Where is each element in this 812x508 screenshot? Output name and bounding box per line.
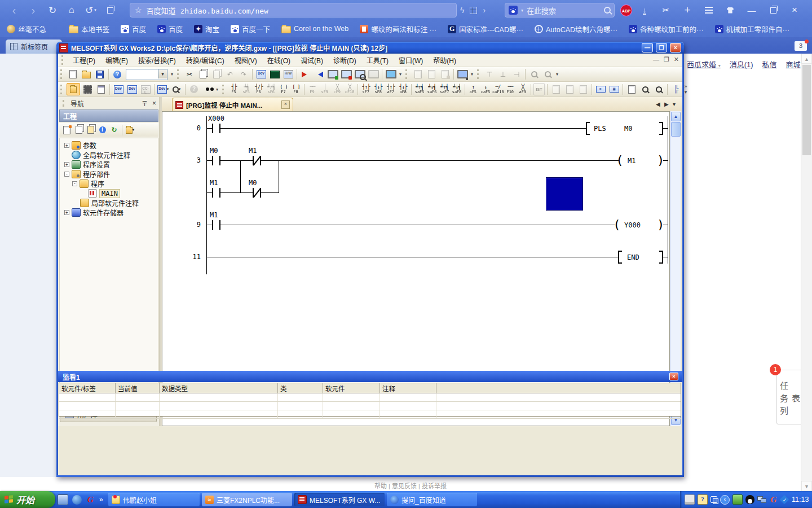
delete-row-icon[interactable]: ⊥ [497, 69, 509, 80]
toolbar-overflow-icon[interactable]: ▾ [554, 72, 560, 77]
menu-window[interactable]: 窗口(W) [394, 54, 427, 67]
gougou-tray-icon[interactable]: G [769, 495, 778, 504]
ladder-hline-button[interactable]: ──F9 [306, 82, 319, 97]
collapse-icon[interactable]: - [64, 172, 69, 177]
undo-icon[interactable]: ↶ [224, 69, 236, 80]
ladder-pulse-rise-button[interactable]: ┤↑├sF7 [360, 82, 372, 97]
search-engine-dropdown-icon[interactable]: ▾ [521, 8, 523, 13]
redo-icon[interactable]: ↷ [237, 69, 250, 80]
tree-item-parameter[interactable]: + 参数 [64, 141, 96, 150]
toolbar-overflow-icon[interactable]: ▾ [169, 72, 175, 77]
expand-icon[interactable]: + [64, 143, 69, 148]
statement-icon[interactable]: ≣ [608, 84, 620, 95]
hw-config-icon[interactable]: H/W [282, 69, 294, 80]
maximize-button[interactable]: ❐ [656, 43, 667, 52]
ladder-close-contact-button[interactable]: ┤/├F6 [253, 82, 265, 97]
screenshot-icon[interactable]: ✂ [657, 3, 675, 17]
new-tab-icon[interactable]: + [678, 3, 696, 17]
toolbar-overflow-icon[interactable]: ▾ [469, 72, 475, 77]
ladder-fall-op-button[interactable]: ┤↓├aF8 [397, 82, 409, 97]
ladder-del-vline-button[interactable]: ╳cF10 [343, 82, 356, 97]
device-find2-icon[interactable]: Dev [112, 84, 125, 95]
insert-col-icon[interactable]: ⊣ [510, 69, 523, 80]
qq-icon[interactable] [745, 495, 754, 504]
window-restore-icon[interactable] [764, 3, 782, 17]
ie-browser-icon[interactable] [72, 495, 82, 505]
bookmark-threads[interactable]: 各种螺纹加工前的··· [629, 24, 704, 34]
no-contact-M1-parallel[interactable] [212, 188, 220, 198]
nav-copy-icon[interactable] [73, 125, 84, 135]
window-minimize-icon[interactable]: — [743, 3, 761, 17]
adblock-icon[interactable]: ABP [620, 5, 632, 16]
bookmark-gb-cad[interactable]: G国家标准---CAD螺··· [448, 24, 523, 34]
ladder-open-branch-button[interactable]: ┶┪sF5 [240, 82, 253, 97]
inline-st-icon[interactable] [550, 84, 562, 95]
tree-item-program[interactable]: - 程序 [72, 179, 104, 189]
ladder-rise-op-branch-button[interactable]: ┵↑┪saF7 [438, 82, 451, 97]
menu-tool[interactable]: 工具(T) [362, 54, 393, 67]
ladder-rise-op-button[interactable]: ┤↑├aF7 [385, 82, 397, 97]
nc-contact-M0-parallel[interactable] [253, 188, 261, 198]
melsoft-app-icon[interactable] [59, 43, 68, 52]
tree-item-local-comment[interactable]: 局部软元件注释 [80, 198, 139, 208]
tab-scroll-right-icon[interactable]: ▶ [664, 101, 669, 107]
device-comment-icon[interactable]: ≡ [594, 84, 607, 95]
quick-launch-more-icon[interactable]: » [99, 496, 103, 503]
ladder-fall-op-branch-button[interactable]: ┵↓┪saF8 [451, 82, 463, 97]
network-icon[interactable] [757, 495, 766, 504]
tree-item-main[interactable]: MAIN [88, 189, 120, 198]
copy-icon[interactable] [197, 69, 209, 80]
tab-list-icon[interactable]: ▾ [673, 101, 676, 107]
ladder-rise-branch-button[interactable]: ┵↑┪saF5 [413, 82, 426, 97]
link-private[interactable]: 私信 [762, 59, 777, 69]
ladder-coil-button[interactable]: ( )F7 [277, 82, 290, 97]
toolbar-overflow-icon[interactable]: ▾ [398, 72, 403, 77]
menu-find-replace[interactable]: 搜索/替换(F) [134, 54, 180, 67]
collapse-icon[interactable]: - [72, 181, 77, 186]
ladder-invert-fall-button[interactable]: ↓caF5 [479, 82, 492, 97]
no-contact-X000[interactable] [212, 124, 220, 133]
tab-new-tab-page[interactable]: 新标签页 [6, 40, 62, 54]
watch-row[interactable] [59, 393, 681, 402]
scroll-down-icon[interactable]: ▼ [801, 481, 812, 491]
open-project-icon[interactable] [80, 69, 92, 80]
monitor-terminal-icon[interactable] [268, 69, 281, 80]
nav-new-icon[interactable] [61, 125, 72, 135]
instruction-name[interactable]: PLS [594, 125, 606, 133]
menu-help[interactable]: 帮助(H) [429, 54, 461, 67]
forward-icon[interactable]: › [25, 3, 42, 17]
link-mall[interactable]: 商城 [786, 59, 801, 69]
window-select-combo[interactable] [126, 69, 167, 80]
document-tab-main[interactable]: [PRG]监视 停止中 MAIN... × [172, 98, 293, 111]
melsoft-titlebar[interactable]: MELSOFT系列 GX Works2 D:\plc保存\顺序开启，逆序关闭.g… [56, 42, 684, 54]
keyboard-layout-icon[interactable] [685, 494, 695, 505]
navigation-caption[interactable]: 导航 〒 × [58, 97, 160, 110]
flash-play-icon[interactable]: ϟ [460, 6, 464, 15]
ladder-open-contact-button[interactable]: ┤├F5 [228, 82, 240, 97]
edit-block2-icon[interactable] [577, 84, 589, 95]
tree-item-global-comment[interactable]: 全局软元件注释 [72, 150, 130, 160]
instruction-operand[interactable]: M0 [624, 125, 632, 133]
menu-debug[interactable]: 调试(B) [296, 54, 328, 67]
toolbar-more-icon[interactable]: »▾ [683, 84, 689, 95]
toolbar-overflow-icon[interactable]: ▾ [214, 87, 220, 92]
bookmark-baidu2[interactable]: 百度 [157, 24, 183, 34]
task-weipeng[interactable]: 伟鹏赵小姐 [108, 493, 200, 506]
mdi-minimize-icon[interactable]: — [653, 56, 659, 63]
help2-icon[interactable]: ? [188, 84, 200, 95]
nav-sort-icon[interactable]: ▾ [125, 125, 135, 135]
green-app-icon[interactable] [732, 494, 743, 505]
favorite-star-icon[interactable]: ☆ [135, 6, 142, 15]
menu-project[interactable]: 工程(P) [68, 54, 100, 67]
device-ccl-icon[interactable]: CC-L [139, 84, 152, 95]
page-scrollbar-thumb[interactable] [802, 65, 811, 155]
pin-icon[interactable]: 〒 [142, 99, 148, 108]
link-messages[interactable]: 消息(1) [730, 59, 753, 69]
col-device-label[interactable]: 软元件/标签 [59, 383, 116, 393]
qq-shield-icon[interactable] [780, 495, 789, 505]
ladder-back-icon[interactable] [425, 69, 438, 80]
refresh-icon[interactable]: ↻ [44, 3, 61, 17]
help-icon[interactable]: ? [111, 69, 123, 80]
ladder-invert-result-button[interactable]: ─/caF10 [492, 82, 504, 97]
tab-scroll-left-icon[interactable]: ◀ [656, 101, 660, 107]
